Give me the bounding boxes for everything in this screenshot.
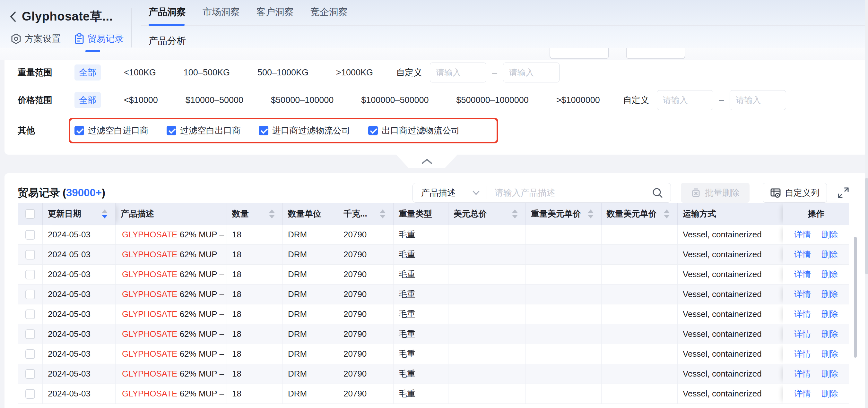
row-checkbox[interactable]	[25, 330, 35, 339]
search-icon[interactable]	[651, 187, 663, 199]
tab-label: 贸易记录	[88, 33, 124, 45]
filter-option-chip[interactable]: $10000–50000	[181, 93, 248, 107]
filter-checkbox-item[interactable]: 过滤空白出口商	[166, 125, 241, 136]
sort-icons[interactable]	[512, 209, 518, 218]
cell-kilograms: 20790	[338, 324, 394, 344]
detail-link[interactable]: 详情	[794, 269, 811, 280]
fullscreen-icon[interactable]	[837, 187, 849, 199]
nav-tab[interactable]: 产品洞察	[149, 6, 186, 19]
cell-update-date: 2024-05-03	[43, 265, 116, 284]
row-checkbox[interactable]	[25, 349, 35, 359]
filter-checkbox-item[interactable]: 出口商过滤物流公司	[368, 125, 460, 136]
tab-product-analysis[interactable]: 产品分析	[149, 35, 186, 47]
row-checkbox[interactable]	[25, 389, 35, 399]
column-header-usd_per_qty[interactable]: 数量美元单价	[601, 203, 678, 225]
filter-option-chip[interactable]: 全部	[74, 65, 101, 80]
column-header-ops: 操作	[783, 203, 849, 225]
price-custom-option[interactable]: 自定义	[623, 94, 649, 106]
checkbox-icon[interactable]	[368, 126, 378, 135]
detail-link[interactable]: 详情	[794, 309, 811, 320]
detail-link[interactable]: 详情	[794, 329, 811, 340]
checkbox-label: 过滤空白出口商	[180, 125, 241, 136]
checkbox-icon[interactable]	[74, 126, 84, 135]
filter-option-chip[interactable]: >1000KG	[332, 65, 377, 80]
sort-icons[interactable]	[380, 209, 385, 218]
filter-option-chip[interactable]: 100–500KG	[179, 65, 234, 80]
detail-link[interactable]: 详情	[794, 249, 811, 260]
delete-link[interactable]: 删除	[822, 269, 838, 280]
page-scrollbar[interactable]	[865, 0, 868, 408]
custom-columns-button[interactable]: 自定义列	[763, 183, 827, 203]
detail-link[interactable]: 详情	[794, 289, 811, 300]
sort-icons[interactable]	[269, 209, 275, 218]
filter-option-chip[interactable]: <$10000	[119, 93, 162, 107]
sort-icons[interactable]	[664, 209, 670, 218]
row-checkbox[interactable]	[25, 290, 35, 299]
delete-link[interactable]: 删除	[822, 249, 838, 260]
checkbox-icon[interactable]	[166, 126, 176, 135]
delete-link[interactable]: 删除	[822, 329, 838, 340]
filter-option-chip[interactable]: $500000–1000000	[452, 93, 533, 107]
detail-link[interactable]: 详情	[794, 388, 811, 399]
detail-link[interactable]: 详情	[794, 348, 811, 360]
filter-option-chip[interactable]: <100KG	[119, 65, 160, 80]
cell-weight-type: 毛重	[394, 364, 448, 384]
row-checkbox[interactable]	[25, 230, 35, 240]
filter-option-chip[interactable]: 500–1000KG	[253, 65, 313, 80]
price-to-input[interactable]	[730, 90, 786, 110]
table-scrollbar[interactable]	[854, 237, 857, 408]
range-dash: –	[492, 67, 497, 78]
column-header-usd[interactable]: 美元总价	[448, 203, 526, 225]
filter-option-chip[interactable]: >$1000000	[552, 93, 604, 107]
weight-to-input[interactable]	[503, 63, 559, 82]
filter-checkbox-item[interactable]: 过滤空白进口商	[74, 125, 149, 136]
select-all-checkbox[interactable]	[25, 209, 35, 219]
delete-link[interactable]: 删除	[822, 348, 838, 360]
delete-link[interactable]: 删除	[822, 309, 838, 320]
weight-custom-option[interactable]: 自定义	[396, 67, 422, 78]
cutoff-control[interactable]	[626, 48, 685, 59]
nav-tab[interactable]: 竞企洞察	[310, 6, 348, 19]
filter-option-chip[interactable]: 全部	[74, 92, 101, 108]
cell-product-description: GLYPHOSATE 62% MUP – I...	[116, 364, 227, 384]
column-header-date[interactable]: 更新日期	[43, 203, 116, 225]
collapse-filters-button[interactable]	[396, 155, 458, 168]
nav-tab[interactable]: 客户洞察	[256, 6, 294, 19]
detail-link[interactable]: 详情	[794, 368, 811, 379]
detail-link[interactable]: 详情	[794, 229, 811, 240]
tab-plan-settings[interactable]: 方案设置	[10, 33, 61, 45]
column-header-usd_per_wt[interactable]: 重量美元单价	[526, 203, 601, 225]
price-from-input[interactable]	[657, 90, 713, 110]
search-input[interactable]	[487, 183, 649, 202]
column-header-kg[interactable]: 千克...	[338, 203, 394, 225]
column-label: 美元总价	[454, 208, 487, 219]
column-header-qty[interactable]: 数量	[227, 203, 283, 225]
row-checkbox[interactable]	[25, 250, 35, 260]
filter-option-chip[interactable]: $50000–100000	[267, 93, 338, 107]
sort-icons[interactable]	[588, 209, 593, 218]
nav-tab[interactable]: 市场洞察	[203, 6, 240, 19]
search-field-select[interactable]: 产品描述	[413, 187, 487, 199]
checkbox-label: 过滤空白进口商	[88, 125, 149, 136]
row-checkbox[interactable]	[25, 270, 35, 279]
batch-delete-button[interactable]: 批量删除	[681, 183, 749, 203]
checkbox-icon[interactable]	[259, 126, 268, 135]
cutoff-control[interactable]	[550, 48, 609, 59]
row-checkbox[interactable]	[25, 369, 35, 379]
sort-icons[interactable]	[102, 209, 107, 218]
cell-usd-total	[448, 384, 526, 404]
column-header-transport: 运输方式	[678, 203, 783, 225]
delete-link[interactable]: 删除	[822, 229, 838, 240]
cell-quantity: 18	[227, 364, 283, 384]
filter-option-chip[interactable]: $100000–500000	[356, 93, 433, 107]
cutoff-strip	[0, 48, 868, 60]
delete-link[interactable]: 删除	[822, 289, 838, 300]
filter-checkbox-item[interactable]: 进口商过滤物流公司	[259, 125, 350, 136]
row-checkbox[interactable]	[25, 309, 35, 319]
delete-link[interactable]: 删除	[822, 388, 838, 399]
tab-trade-records[interactable]: 贸易记录	[74, 33, 124, 45]
back-icon[interactable]	[9, 10, 17, 23]
cell-update-date: 2024-05-03	[43, 344, 116, 364]
delete-link[interactable]: 删除	[822, 368, 838, 379]
weight-from-input[interactable]	[430, 63, 486, 82]
